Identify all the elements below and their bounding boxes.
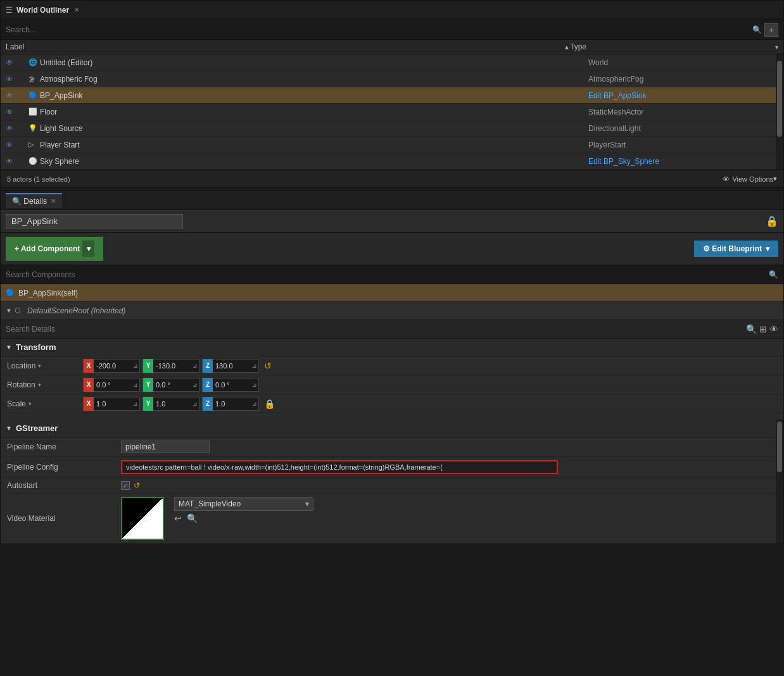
add-component-dropdown-arrow[interactable]: ▾ [82, 241, 94, 257]
mat-back-btn[interactable]: ↩ [174, 513, 182, 523]
actor-type-light-icon: 💡 [28, 124, 40, 132]
actor-name: Light Source [40, 124, 588, 133]
search-components-bar: 🔍 [1, 265, 783, 284]
outliner-scrollbar[interactable] [776, 54, 783, 170]
edit-blueprint-button[interactable]: ⚙ Edit Blueprint ▾ [694, 241, 778, 257]
scale-y-field: Y ⊿ [142, 397, 199, 411]
outliner-table-header: Label ▲ Type ▾ [1, 40, 783, 54]
scale-x-expand-icon[interactable]: ⊿ [132, 401, 139, 407]
actor-type-edit-link[interactable]: Edit BP_AppSink [588, 91, 778, 100]
transform-section-title: Transform [16, 342, 56, 352]
outliner-add-btn[interactable]: + [764, 23, 778, 37]
details-grid-icon[interactable]: ⊞ [759, 324, 767, 334]
material-dropdown[interactable]: MAT_SimpleVideo ▾ [174, 497, 313, 511]
pipeline-config-input[interactable] [121, 460, 558, 474]
search-components-input[interactable] [6, 270, 769, 279]
rotation-x-input[interactable] [94, 381, 132, 389]
table-row[interactable]: 👁 🌐 Untitled (Editor) World [1, 54, 783, 71]
table-row[interactable]: 👁 💡 Light Source DirectionalLight [1, 120, 783, 137]
details-tab-close[interactable]: ✕ [51, 197, 56, 204]
transform-section-header[interactable]: ▼ Transform [1, 339, 783, 356]
scale-z-field: Z ⊿ [202, 397, 259, 411]
gstreamer-section: ▼ GStreamer Pipeline Name Pipeline Confi… [1, 413, 783, 544]
visibility-icon[interactable]: 👁 [6, 58, 18, 67]
location-z-expand-icon[interactable]: ⊿ [251, 363, 258, 369]
table-row[interactable]: 👁 🌫 Atmospheric Fog AtmosphericFog [1, 71, 783, 87]
location-y-expand-icon[interactable]: ⊿ [191, 363, 199, 369]
visibility-icon[interactable]: 👁 [6, 157, 18, 166]
details-tab[interactable]: 🔍 Details ✕ [6, 193, 62, 208]
table-row[interactable]: 👁 ▷ Player Start PlayerStart [1, 137, 783, 153]
component-inherited-row[interactable]: ▼ ⬡ DefaultSceneRoot (Inherited) [1, 302, 783, 320]
search-details-input[interactable] [6, 325, 743, 334]
actor-type: World [588, 58, 778, 67]
scale-z-input[interactable] [213, 400, 251, 408]
autostart-link-icon[interactable]: ↺ [134, 481, 140, 490]
object-name-input[interactable] [6, 214, 183, 228]
scale-x-input[interactable] [94, 400, 132, 408]
actor-name: Floor [40, 108, 588, 116]
outliner-search-input[interactable] [6, 25, 752, 34]
transform-collapse-icon: ▼ [6, 344, 12, 351]
visibility-icon[interactable]: 👁 [6, 75, 18, 84]
table-row[interactable]: 👁 ⬜ Floor StaticMeshActor [1, 104, 783, 120]
location-dropdown-icon[interactable]: ▾ [38, 363, 41, 369]
location-label-text: Location [7, 361, 35, 370]
outliner-search-icon[interactable]: 🔍 [752, 25, 762, 34]
rotation-dropdown-icon[interactable]: ▾ [38, 382, 41, 388]
search-components-icon[interactable]: 🔍 [769, 270, 778, 279]
scale-z-expand-icon[interactable]: ⊿ [251, 401, 258, 407]
rotation-z-input[interactable] [213, 381, 251, 389]
actor-type-sky-link[interactable]: Edit BP_Sky_Sphere [588, 157, 778, 166]
location-reset-btn[interactable]: ↺ [264, 361, 272, 371]
edit-bp-dropdown-arrow[interactable]: ▾ [766, 244, 769, 253]
actor-type-world-icon: 🌐 [28, 58, 40, 66]
component-self-row[interactable]: 🔵 BP_AppSink(self) [1, 284, 783, 302]
autostart-label: Autostart [7, 481, 121, 490]
rotation-y-expand-icon[interactable]: ⊿ [191, 382, 199, 388]
scale-lock-icon[interactable]: 🔒 [264, 399, 275, 409]
visibility-icon[interactable]: 👁 [6, 108, 18, 116]
gstreamer-section-header[interactable]: ▼ GStreamer [1, 420, 783, 437]
gstreamer-spacer [1, 413, 783, 420]
table-row[interactable]: 👁 ⚪ Sky Sphere Edit BP_Sky_Sphere [1, 153, 783, 170]
material-actions: ↩ 🔍 [174, 513, 313, 523]
location-x-input[interactable] [94, 362, 132, 370]
mat-search-btn[interactable]: 🔍 [187, 513, 198, 523]
rotation-z-expand-icon[interactable]: ⊿ [251, 382, 258, 388]
pipeline-name-input[interactable] [121, 441, 210, 453]
scale-dropdown-icon[interactable]: ▾ [28, 401, 32, 407]
gstreamer-section-title: GStreamer [16, 423, 58, 433]
scale-y-expand-icon[interactable]: ⊿ [191, 401, 199, 407]
add-component-button[interactable]: + Add Component ▾ [6, 237, 103, 261]
details-scrollbar-thumb[interactable] [777, 422, 782, 472]
video-thumbnail[interactable] [121, 497, 164, 540]
table-row[interactable]: 👁 🔵 BP_AppSink Edit BP_AppSink [1, 87, 783, 104]
view-options-btn[interactable]: 👁 View Options ▾ [723, 175, 777, 183]
location-x-expand-icon[interactable]: ⊿ [132, 363, 139, 369]
visibility-icon[interactable]: 👁 [6, 124, 18, 133]
location-z-input[interactable] [213, 362, 251, 370]
sort-arrow-icon[interactable]: ▲ [564, 44, 570, 51]
rotation-x-expand-icon[interactable]: ⊿ [132, 382, 139, 388]
world-outliner-close-btn[interactable]: ✕ [74, 6, 79, 13]
scale-x-label: X [84, 397, 94, 411]
pipeline-config-row: Pipeline Config [1, 457, 783, 478]
actor-type: PlayerStart [588, 141, 778, 149]
location-y-input[interactable] [153, 362, 191, 370]
details-eye-icon[interactable]: 👁 [769, 324, 778, 334]
scrollbar-thumb[interactable] [777, 61, 782, 137]
bp-component-icon: 🔵 [6, 289, 18, 297]
visibility-icon[interactable]: 👁 [6, 91, 18, 100]
details-tab-icon: 🔍 [12, 197, 22, 206]
actor-name: Untitled (Editor) [40, 58, 588, 67]
details-scrollbar[interactable] [776, 419, 783, 544]
rotation-y-input[interactable] [153, 381, 191, 389]
scale-y-input[interactable] [153, 400, 191, 408]
pipeline-name-row: Pipeline Name [1, 437, 783, 457]
location-y-field: Y ⊿ [142, 359, 199, 373]
visibility-icon[interactable]: 👁 [6, 141, 18, 149]
search-details-icon[interactable]: 🔍 [746, 324, 757, 334]
autostart-checkbox[interactable]: ✓ [121, 481, 130, 490]
mat-dropdown-arrow-icon: ▾ [305, 499, 309, 508]
